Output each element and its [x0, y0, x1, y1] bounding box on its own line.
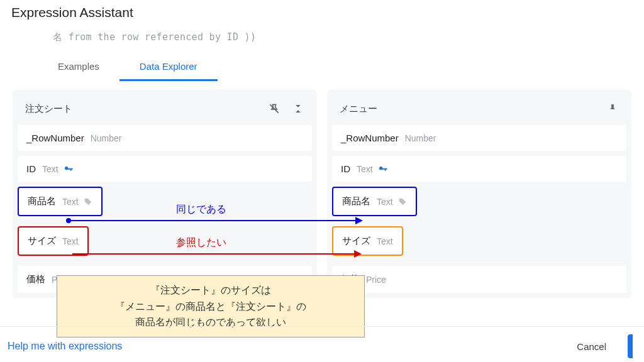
column-row-product-name[interactable]: 商品名 Text	[332, 187, 417, 216]
key-icon	[378, 164, 388, 174]
column-type: Number	[91, 133, 122, 143]
table-card-menu: メニュー _RowNumber Number ID Text 商品名 Text …	[327, 90, 631, 298]
card-title: 注文シート	[25, 103, 258, 115]
table-card-order-sheet: 注文シート _RowNumber Number ID Text 商品名 Text…	[13, 90, 317, 298]
page-title: Expression Assistant	[0, 0, 644, 31]
tab-data-explorer[interactable]: Data Explorer	[119, 55, 218, 81]
column-name: 商品名	[342, 195, 370, 207]
column-row-size[interactable]: サイズ Text	[18, 226, 89, 256]
annotation-arrow-same	[69, 220, 358, 221]
cancel-button[interactable]: Cancel	[567, 336, 616, 357]
column-name: _RowNumber	[341, 133, 399, 143]
column-name: サイズ	[342, 235, 370, 247]
annotation-arrow-head	[355, 217, 363, 224]
column-row-product-name[interactable]: 商品名 Text	[18, 187, 103, 216]
key-icon	[64, 164, 74, 174]
column-row[interactable]: _RowNumber Number	[18, 125, 312, 151]
unpin-icon[interactable]	[267, 101, 282, 116]
annotation-label-ref: 参照したい	[176, 236, 226, 250]
tag-icon	[84, 197, 92, 206]
save-button[interactable]	[628, 334, 633, 358]
note-line: 『注文シート』のサイズは	[70, 282, 352, 299]
collapse-icon[interactable]	[291, 101, 306, 116]
card-title: メニュー	[340, 103, 596, 115]
column-name: 価格	[26, 273, 45, 285]
tag-icon	[398, 197, 407, 206]
column-type: Text	[62, 236, 79, 246]
annotation-label-same: 同じである	[176, 203, 226, 216]
column-row[interactable]: _RowNumber Number	[332, 125, 626, 151]
annotation-arrow-ref	[72, 253, 355, 255]
column-row[interactable]: ID Text	[332, 156, 626, 182]
column-type: Text	[377, 236, 393, 246]
column-type: Text	[42, 164, 58, 174]
expression-preview: 名 from the row referenced by ID ))	[0, 31, 644, 43]
note-line: 『メニュー』の商品名と『注文シート』の	[70, 299, 352, 315]
column-type: Text	[377, 197, 393, 207]
column-row[interactable]: 価格 Price	[332, 266, 626, 293]
column-name: 商品名	[28, 195, 56, 207]
column-type: Number	[405, 133, 436, 143]
column-row[interactable]: ID Text	[18, 156, 312, 182]
annotation-arrow-head	[354, 250, 362, 258]
column-type: Price	[366, 275, 386, 285]
column-name: ID	[341, 163, 350, 174]
tab-examples[interactable]: Examples	[38, 55, 119, 81]
help-link[interactable]: Help me with expressions	[8, 341, 122, 352]
column-name: サイズ	[28, 235, 56, 247]
footer: Help me with expressions Cancel	[0, 326, 644, 362]
column-type: Text	[62, 197, 79, 207]
column-row-size[interactable]: サイズ Text	[332, 226, 403, 256]
column-name: ID	[26, 163, 36, 174]
column-name: _RowNumber	[26, 133, 84, 143]
tabs: Examples Data Explorer	[38, 55, 644, 81]
column-type: Text	[357, 164, 373, 174]
pin-icon[interactable]	[605, 101, 620, 116]
